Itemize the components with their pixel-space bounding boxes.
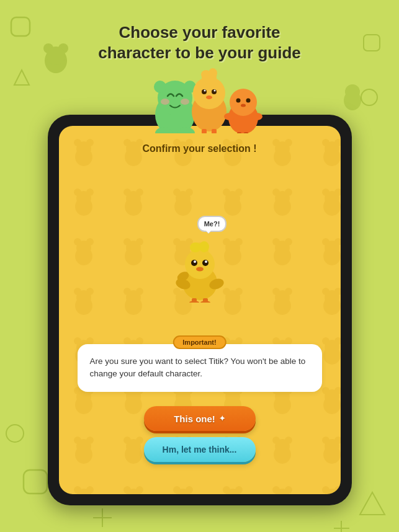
info-box: Are you sure you want to select Titik? Y… — [78, 344, 322, 392]
svg-point-29 — [208, 68, 217, 78]
svg-rect-36 — [212, 129, 217, 133]
deco-shape — [12, 68, 31, 87]
svg-point-21 — [161, 99, 169, 105]
svg-point-19 — [154, 81, 166, 93]
deco-bear — [37, 37, 74, 74]
svg-point-67 — [200, 301, 210, 303]
svg-point-14 — [47, 47, 65, 65]
screen-character: Me?! — [166, 216, 234, 303]
deco-shape — [3, 422, 27, 445]
svg-point-56 — [199, 241, 209, 252]
deco-shape — [93, 508, 112, 527]
svg-point-66 — [189, 301, 199, 303]
characters-svg — [132, 62, 268, 133]
characters-area — [132, 65, 268, 133]
svg-point-32 — [204, 90, 205, 92]
deco-shape — [360, 31, 385, 56]
svg-marker-5 — [360, 492, 385, 515]
svg-point-6 — [6, 425, 24, 442]
page-container: Choose your favorite character to be you… — [0, 0, 399, 532]
svg-rect-44 — [237, 132, 241, 133]
tablet-frame: Confirm your selection ! Me?! — [48, 115, 352, 505]
svg-point-34 — [206, 95, 212, 99]
svg-point-39 — [236, 99, 240, 103]
svg-point-38 — [230, 89, 257, 116]
important-badge: Important! — [173, 335, 226, 349]
svg-point-61 — [196, 267, 204, 272]
svg-marker-2 — [14, 70, 29, 85]
svg-point-33 — [213, 90, 215, 92]
deco-chick — [337, 81, 368, 112]
deco-shape — [334, 521, 349, 532]
confirm-button[interactable]: This one! ✦ — [144, 406, 256, 431]
tablet-screen: Confirm your selection ! Me?! — [59, 126, 341, 494]
svg-point-22 — [181, 99, 189, 105]
page-title: Choose your favorite character to be you… — [98, 22, 301, 63]
svg-rect-35 — [202, 129, 207, 133]
svg-point-60 — [205, 260, 207, 263]
svg-point-40 — [246, 99, 250, 103]
cancel-button[interactable]: Hm, let me think... — [144, 437, 256, 462]
svg-point-41 — [241, 104, 246, 107]
chick-character — [166, 234, 234, 303]
deco-shape — [6, 12, 37, 43]
deco-shape — [359, 490, 387, 518]
svg-rect-1 — [364, 35, 380, 51]
svg-rect-4 — [24, 470, 47, 494]
svg-rect-45 — [244, 132, 248, 133]
svg-point-43 — [251, 113, 262, 120]
svg-point-59 — [194, 260, 196, 263]
svg-rect-0 — [11, 17, 30, 36]
svg-point-16 — [345, 84, 360, 99]
confirm-label: Confirm your selection ! — [142, 143, 256, 154]
speech-bubble: Me?! — [197, 216, 227, 232]
svg-point-42 — [224, 113, 235, 120]
buttons-area: This one! ✦ Hm, let me think... — [138, 406, 262, 462]
title-area: Choose your favorite character to be you… — [98, 22, 301, 63]
info-text: Are you sure you want to select Titik? Y… — [90, 355, 310, 381]
